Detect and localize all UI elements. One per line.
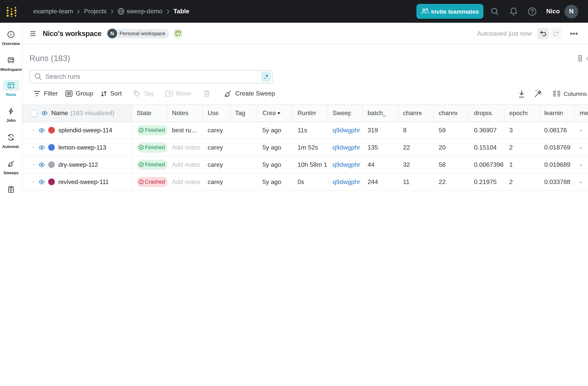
sort-button[interactable]: Sort <box>101 88 122 99</box>
metric-cell: - <box>575 139 588 156</box>
state-cell: Finished <box>132 122 167 139</box>
sidebar-item-overview[interactable]: Overview <box>0 29 22 46</box>
breadcrumb-item-sweep-demo[interactable]: sweep-demo <box>126 8 162 15</box>
run-color-dot[interactable] <box>48 127 55 134</box>
sweep-link[interactable]: q9dwgphr <box>328 156 363 173</box>
state-badge: Finished <box>137 125 167 135</box>
new-view-icon[interactable] <box>173 29 183 38</box>
personal-workspace-chip[interactable]: N Personal workspace <box>107 29 169 38</box>
column-header-notes[interactable]: Notes <box>167 105 203 122</box>
group-icon <box>65 90 72 97</box>
tag-button[interactable]: Tag <box>133 88 154 99</box>
delete-button[interactable] <box>204 88 210 99</box>
sidebar-item-workspace[interactable]: Workspace <box>0 55 22 72</box>
sidebar-item-reports[interactable]: Reports <box>0 184 22 193</box>
column-header-batch[interactable]: batch_size <box>363 105 398 122</box>
export-download-icon[interactable] <box>519 88 525 99</box>
search-icon <box>35 73 42 80</box>
navbar-user-avatar[interactable]: N <box>565 4 578 18</box>
search-runs-input[interactable] <box>45 73 261 80</box>
notes-cell[interactable]: Add notes <box>167 173 203 190</box>
sweep-link[interactable]: q9dwgphr <box>328 139 363 156</box>
sweep-link[interactable]: q9dwgphr <box>328 122 363 139</box>
column-header-dropout[interactable]: dropout <box>469 105 504 122</box>
columns-button[interactable]: Columns <box>553 88 587 99</box>
sidebar-item-jobs[interactable]: Jobs <box>0 106 22 122</box>
main-content: Nico's workspace N Personal workspace Au… <box>22 23 588 193</box>
run-name-link[interactable]: lemon-sweep-113 <box>58 144 106 151</box>
sidebar-item-label: Jobs <box>6 118 16 122</box>
column-header-lr[interactable]: learning_rate <box>540 105 575 122</box>
breadcrumb-entry: Table <box>173 8 189 15</box>
move-button[interactable]: Move <box>165 88 191 99</box>
column-header-state[interactable]: State <box>132 105 167 122</box>
table-panel-icon[interactable] <box>579 55 582 61</box>
column-header-ch2[interactable]: channels_two <box>434 105 469 122</box>
sidebar-item-runs[interactable]: Runs <box>0 80 22 97</box>
breadcrumb-item-Table[interactable]: Table <box>173 8 189 15</box>
select-all-checkbox[interactable] <box>31 110 37 117</box>
invite-teammates-button[interactable]: Invite teammates <box>416 4 483 19</box>
filter-button[interactable]: Filter <box>34 88 58 99</box>
notifications-bell-icon[interactable] <box>509 7 519 16</box>
workspace-more-options-icon[interactable] <box>568 28 579 39</box>
left-sidebar: OverviewWorkspaceRunsJobsAutomat.SweepsR… <box>0 23 22 193</box>
column-header-epochs[interactable]: epochs <box>504 105 540 122</box>
column-header-user[interactable]: User <box>203 105 230 122</box>
breadcrumb-item-Projects[interactable]: Projects <box>84 8 107 15</box>
magic-wand-icon[interactable] <box>534 88 543 99</box>
column-header-sweep[interactable]: Sweep <box>328 105 363 122</box>
column-header-created[interactable]: Created <box>258 105 293 122</box>
run-color-dot[interactable] <box>48 179 55 185</box>
tags-cell <box>230 191 258 193</box>
broom-icon <box>2 158 19 169</box>
help-icon[interactable] <box>527 7 537 16</box>
notes-cell[interactable]: Add notes <box>167 191 203 193</box>
wandb-runs-table-page: example-teamProjectssweep-demoTable Invi… <box>0 0 588 193</box>
people-icon <box>421 8 429 15</box>
navbar-username[interactable]: Nico <box>546 8 560 15</box>
visibility-eye-icon[interactable] <box>38 145 45 150</box>
run-name-cell: splendid-sweep-114 <box>22 122 132 139</box>
name-column-header[interactable]: Name (183 visualized) <box>22 105 132 122</box>
undo-button[interactable] <box>537 28 549 39</box>
sweep-link[interactable]: q9dwgphr <box>328 173 363 190</box>
create-sweep-button[interactable]: Create Sweep <box>224 88 275 99</box>
column-header-tags[interactable]: Tags <box>230 105 258 122</box>
regex-toggle[interactable]: .* <box>261 71 271 82</box>
redo-button[interactable] <box>550 28 562 39</box>
run-color-dot[interactable] <box>48 144 55 151</box>
sweep-link[interactable]: q9dwgphr <box>328 191 363 193</box>
drag-handle-dot[interactable] <box>33 130 34 131</box>
sidebar-item-automat[interactable]: Automat. <box>0 132 22 149</box>
column-header-ch1[interactable]: channels_one <box>399 105 434 122</box>
run-name-link[interactable]: revived-sweep-111 <box>58 178 109 185</box>
column-header-metric[interactable]: metric <box>575 105 588 122</box>
visibility-eye-icon[interactable] <box>38 180 45 184</box>
autosave-status: Autosaved just now <box>477 30 532 37</box>
run-color-dot[interactable] <box>48 161 55 168</box>
drag-handle-dot[interactable] <box>33 181 34 183</box>
run-name-link[interactable]: dry-sweep-112 <box>58 161 98 168</box>
breadcrumb-item-example-team[interactable]: example-team <box>33 8 73 15</box>
collapse-panel-chevron-icon[interactable] <box>586 55 588 61</box>
run-name-link[interactable]: splendid-sweep-114 <box>58 127 112 134</box>
workspace-menu-hamburger-icon[interactable] <box>30 29 36 38</box>
metric-cell: - <box>575 156 588 173</box>
visibility-eye-icon[interactable] <box>38 128 45 133</box>
visibility-eye-icon[interactable] <box>41 111 48 116</box>
visibility-eye-icon[interactable] <box>38 162 45 167</box>
drag-handle-dot[interactable] <box>33 147 34 148</box>
check-circle-icon <box>139 145 144 150</box>
channels-one-cell: 10 <box>399 191 434 193</box>
group-button[interactable]: Group <box>65 88 93 99</box>
column-header-runtime[interactable]: Runtime <box>293 105 328 122</box>
created-cell: 5y ago <box>258 173 293 190</box>
notes-cell[interactable]: Add notes <box>167 139 203 156</box>
sidebar-item-sweeps[interactable]: Sweeps <box>0 158 22 175</box>
wandb-logo[interactable] <box>0 6 23 17</box>
navbar-search-icon[interactable] <box>490 7 500 16</box>
drag-handle-dot[interactable] <box>33 164 34 165</box>
notes-cell[interactable]: best ru… <box>167 122 203 139</box>
notes-cell[interactable]: Add notes <box>167 156 203 173</box>
